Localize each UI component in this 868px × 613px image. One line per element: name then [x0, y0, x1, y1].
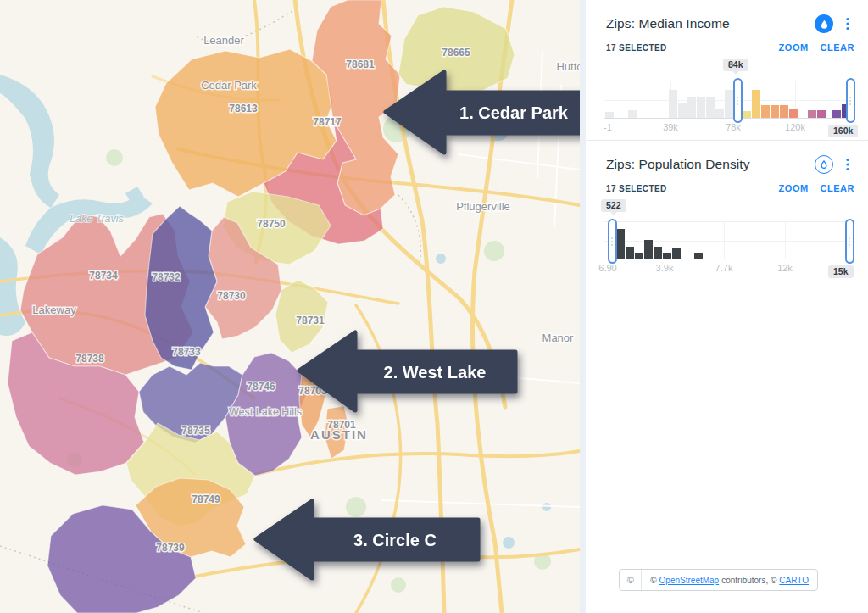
kebab-menu-icon	[846, 17, 849, 31]
zip-label: 78731	[296, 315, 325, 326]
zip-label: 78613	[229, 103, 258, 114]
axis-tick-label: 39k	[663, 122, 678, 132]
zip-label: 78750	[257, 218, 286, 230]
zip-label: 78746	[247, 381, 275, 393]
slider-value-badge: 160k	[828, 125, 858, 137]
annotation-label: 3. Circle C	[353, 531, 437, 549]
histogram-bar[interactable]	[832, 110, 841, 118]
histogram-bar[interactable]	[761, 105, 770, 118]
slider-value-badge: 522	[601, 199, 626, 212]
city-label: Hutto	[556, 60, 580, 73]
slider-value-badge: 15k	[828, 265, 854, 278]
city-label: Pflugerville	[456, 200, 510, 213]
histogram-bar[interactable]	[644, 240, 653, 259]
histogram-bar[interactable]	[635, 253, 643, 259]
attr-middle: contributors, ©	[721, 576, 776, 585]
histogram-bar[interactable]	[743, 111, 751, 118]
droplet-icon	[819, 159, 829, 170]
city-label: Leander	[203, 34, 244, 47]
zip-label: 78681	[346, 59, 375, 70]
histogram-bar[interactable]	[687, 97, 696, 118]
histogram-bar[interactable]	[672, 248, 681, 259]
zip-label: 78739	[156, 542, 185, 554]
carto-link[interactable]: CARTO	[779, 576, 809, 585]
range-slider-handle[interactable]	[733, 78, 743, 123]
histogram-bar[interactable]	[789, 109, 798, 118]
zip-label: 78733	[172, 346, 201, 358]
panel-divider	[580, 0, 586, 613]
zip-label: 78734	[89, 270, 118, 281]
slider-value-badge: 84k	[723, 59, 748, 71]
zip-label: 78738	[75, 353, 104, 365]
style-by-value-icon[interactable]	[815, 14, 833, 33]
gridline	[724, 222, 725, 259]
histogram-bar[interactable]	[605, 112, 614, 118]
histogram-bar[interactable]	[715, 109, 724, 118]
gridline	[604, 241, 855, 242]
x-axis: 6.903.9k7.7k12k	[604, 263, 855, 278]
axis-tick-label: 12k	[777, 263, 793, 273]
histogram-bar[interactable]	[697, 97, 705, 118]
histogram-median-income[interactable]: 84k160k-139k78k120k	[604, 81, 855, 140]
histogram-bar[interactable]	[694, 253, 703, 259]
axis-tick-label: -1	[604, 122, 612, 132]
zoom-button[interactable]: ZOOM	[779, 183, 809, 193]
widget-options-icon[interactable]	[839, 14, 856, 33]
city-label: AUSTIN	[310, 427, 368, 442]
histogram-plot-area: 52215k	[604, 221, 855, 259]
axis-tick-label: 6.90	[598, 263, 616, 273]
histogram-bar[interactable]	[628, 110, 637, 118]
range-slider-handle[interactable]	[845, 219, 854, 264]
histogram-bar[interactable]	[669, 90, 677, 118]
axis-tick-label: 78k	[726, 122, 741, 132]
histogram-bar[interactable]	[725, 90, 733, 118]
histogram-plot-area: 84k160k	[604, 81, 855, 119]
widget-population-density: Zips: Population Density 17 SELECTED ZOO…	[586, 141, 868, 281]
clear-button[interactable]: CLEAR	[821, 42, 854, 53]
annotation-label: 2. West Lake	[384, 363, 487, 382]
axis-tick-label: 120k	[785, 122, 805, 132]
zoom-button[interactable]: ZOOM	[779, 42, 809, 53]
widget-median-income: Zips: Median Income 17 SELECTED ZOOM CLE…	[586, 0, 868, 141]
x-axis: -139k78k120k	[604, 122, 855, 137]
zip-label: 78749	[192, 493, 220, 505]
range-slider-handle[interactable]	[846, 78, 855, 123]
copyright-toggle[interactable]: ©	[620, 570, 642, 590]
zip-label: 78665	[442, 47, 470, 59]
style-by-value-icon[interactable]	[815, 155, 833, 174]
city-label: West Lake Hills	[229, 406, 302, 418]
carto-map-app: 7868178665786137871778750787347873278730…	[0, 0, 868, 613]
gridline	[785, 222, 786, 259]
histogram-bar[interactable]	[706, 97, 715, 118]
histogram-bar[interactable]	[678, 103, 687, 118]
kebab-menu-icon	[846, 158, 849, 171]
widget-title: Zips: Population Density	[606, 157, 815, 172]
histogram-bar[interactable]	[808, 110, 816, 118]
widget-title: Zips: Median Income	[606, 16, 815, 31]
histogram-bar[interactable]	[663, 253, 671, 259]
city-label: Lake Travis	[70, 213, 124, 225]
histogram-bar[interactable]	[616, 229, 625, 259]
openstreetmap-link[interactable]: OpenStreetMap	[659, 576, 720, 585]
widget-options-icon[interactable]	[839, 155, 856, 174]
histogram-bar[interactable]	[780, 105, 788, 118]
zip-label: 78732	[152, 271, 181, 283]
clear-button[interactable]: CLEAR	[821, 183, 854, 193]
zip-label: 78717	[313, 116, 342, 128]
axis-tick-label: 3.9k	[656, 263, 674, 273]
histogram-bar[interactable]	[654, 247, 662, 259]
city-label: Manor	[542, 332, 575, 344]
city-label: Cedar Park	[201, 79, 257, 92]
histogram-bar[interactable]	[626, 247, 634, 259]
zip-label: 78730	[217, 290, 246, 302]
attr-osm-prefix: ©	[650, 576, 656, 585]
zip-label: 78735	[181, 425, 210, 437]
map-svg: 7868178665786137871778750787347873278730…	[0, 0, 580, 613]
range-slider-handle[interactable]	[608, 219, 617, 264]
histogram-bar[interactable]	[771, 105, 779, 118]
annotation-label: 1. Cedar Park	[459, 103, 569, 122]
histogram-bar[interactable]	[752, 90, 760, 118]
histogram-bar[interactable]	[817, 110, 826, 118]
map-canvas[interactable]: 7868178665786137871778750787347873278730…	[0, 0, 580, 613]
histogram-population-density[interactable]: 52215k6.903.9k7.7k12k	[604, 221, 855, 281]
